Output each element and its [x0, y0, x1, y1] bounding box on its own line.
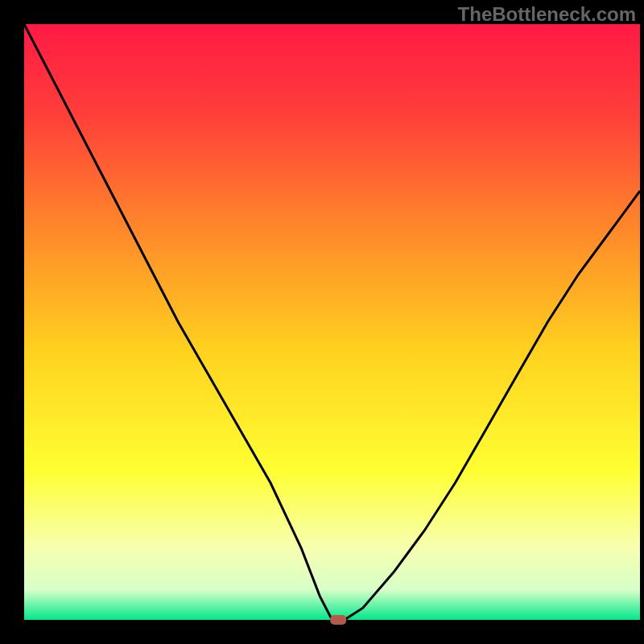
chart-svg — [0, 0, 644, 644]
optimum-marker — [330, 615, 346, 625]
bottleneck-chart — [0, 0, 644, 644]
watermark-text: TheBottleneck.com — [458, 3, 636, 26]
